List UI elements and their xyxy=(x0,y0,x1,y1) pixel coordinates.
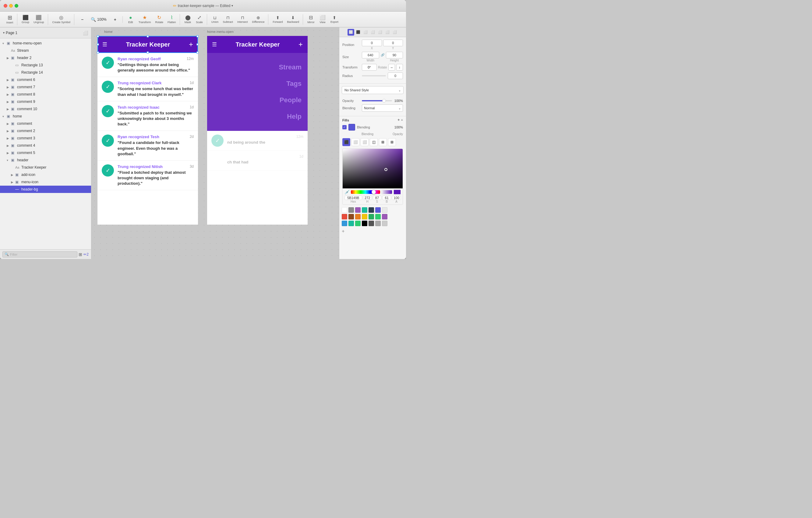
swatch-brown[interactable] xyxy=(348,214,354,219)
close-button[interactable] xyxy=(4,4,7,8)
menu-item-tags[interactable]: Tags xyxy=(213,75,301,92)
subtract-button[interactable]: ⊓ Subtract xyxy=(221,14,235,25)
tab-align-left[interactable]: ⬜ xyxy=(348,29,354,36)
layer-item-home[interactable]: ▾ ▣ home xyxy=(0,113,91,120)
hue-slider[interactable] xyxy=(351,190,380,194)
color-gradient-field[interactable] xyxy=(343,149,403,188)
layer-item-comment10[interactable]: ▶ ▣ comment 10 xyxy=(0,105,91,113)
layer-item-comment4[interactable]: ▶ ▣ comment 4 xyxy=(0,142,91,149)
radius-slider[interactable] xyxy=(362,75,386,77)
page-selector[interactable]: ▾ Page 1 ⬜ xyxy=(0,27,91,38)
tab-align-right[interactable]: ⬜ xyxy=(362,29,369,36)
layer-item-comment8[interactable]: ▶ ▣ comment 8 xyxy=(0,91,91,98)
scale-button[interactable]: ⤢ Scale xyxy=(194,14,205,25)
edit-button[interactable]: ● Edit xyxy=(125,14,136,25)
layer-item-comment[interactable]: ▶ ▣ comment xyxy=(0,120,91,127)
forward-button[interactable]: ⬆ Forward xyxy=(271,14,285,25)
opacity-slider-bar[interactable] xyxy=(381,190,392,194)
copy-button[interactable]: ⊞ xyxy=(79,252,82,257)
add-swatch-button[interactable]: + xyxy=(342,228,345,234)
layer-item-comment3[interactable]: ▶ ▣ comment 3 xyxy=(0,134,91,142)
s-input[interactable]: 87 xyxy=(373,196,382,200)
view-button[interactable]: ⬜ View xyxy=(317,14,328,25)
minimize-button[interactable] xyxy=(9,4,13,8)
swatch-purple[interactable] xyxy=(355,207,360,213)
fills-add-button[interactable]: + xyxy=(401,118,403,122)
swatch-blue[interactable] xyxy=(342,221,347,226)
group-button[interactable]: ⬛ Group xyxy=(20,14,31,25)
add-button-2[interactable]: + xyxy=(298,40,303,49)
menu-item-stream[interactable]: Stream xyxy=(213,59,301,75)
swatch-darkgreen[interactable] xyxy=(369,214,374,219)
flip-horizontal-button[interactable]: ↔ xyxy=(388,64,395,71)
swatch-red[interactable] xyxy=(342,214,347,219)
swatch-indigo[interactable] xyxy=(375,207,381,213)
ungroup-button[interactable]: ⬛ Ungroup xyxy=(32,14,46,25)
swatch-mint[interactable] xyxy=(355,221,360,226)
swatch-dark[interactable] xyxy=(369,207,374,213)
layer-item-header-2[interactable]: ▶ ▣ header 2 xyxy=(0,54,91,61)
hex-input[interactable]: 5B149B xyxy=(345,196,362,200)
fill-type-radial[interactable]: ⬜ xyxy=(360,138,369,146)
fills-settings-button[interactable]: ✦ xyxy=(397,118,400,122)
layer-item-menu-icon[interactable]: ▶ ▣ menu-icon xyxy=(0,178,91,186)
filter-input[interactable]: 🔍 Filter xyxy=(2,251,77,257)
swatch-gray[interactable] xyxy=(348,207,354,213)
menu-item-people[interactable]: People xyxy=(213,92,301,108)
swatch-orange[interactable] xyxy=(355,214,360,219)
mirror-button[interactable]: ⊟ Mirror xyxy=(306,14,316,25)
height-input[interactable]: 90 xyxy=(386,52,403,58)
hamburger-icon-1[interactable]: ☰ xyxy=(102,41,107,48)
zoom-in-button[interactable]: + xyxy=(110,16,121,23)
fill-type-pattern[interactable]: ⊞ xyxy=(379,138,387,146)
mask-button[interactable]: ⬤ Mask xyxy=(182,14,194,25)
layer-item-home-menu-open[interactable]: ▾ ▣ home-menu-open xyxy=(0,39,91,47)
radius-input[interactable]: 0 xyxy=(388,72,403,79)
layer-item-comment6[interactable]: ▶ ▣ comment 6 xyxy=(0,76,91,83)
menu-item-help[interactable]: Help xyxy=(213,108,301,125)
shared-style-dropdown[interactable]: No Shared Style ⌄ xyxy=(342,86,404,94)
zoom-out-button[interactable]: − xyxy=(77,16,88,23)
a-input[interactable]: 100 xyxy=(392,196,401,200)
swatch-darkgray[interactable] xyxy=(369,221,374,226)
union-button[interactable]: ⊔ Union xyxy=(209,14,221,25)
maximize-button[interactable] xyxy=(14,4,18,8)
insert-button[interactable]: ⊞ Insert xyxy=(4,14,15,25)
swatch-green[interactable] xyxy=(375,214,381,219)
rotate-input[interactable]: 0° xyxy=(362,64,377,71)
x-input[interactable]: 0 xyxy=(362,39,382,46)
layer-item-comment5[interactable]: ▶ ▣ comment 5 xyxy=(0,149,91,156)
swatch-black[interactable] xyxy=(362,221,367,226)
eyedropper-button[interactable]: 💉 xyxy=(345,190,350,194)
add-button-1[interactable]: + xyxy=(189,40,193,49)
layer-item-comment2[interactable]: ▶ ▣ comment 2 xyxy=(0,127,91,134)
backward-button[interactable]: ⬇ Backward xyxy=(285,14,301,25)
flatten-button[interactable]: ⌇ Flatten xyxy=(166,14,178,25)
hamburger-icon-2[interactable]: ☰ xyxy=(212,41,217,48)
layer-item-rect13[interactable]: ▭ Rectangle 13 xyxy=(0,61,91,69)
tab-dist-h[interactable]: ⬜ xyxy=(370,29,376,36)
tab-align-center[interactable]: ⬛ xyxy=(355,29,361,36)
fill-color-swatch[interactable] xyxy=(348,124,355,130)
blending-dropdown[interactable]: Normal ⌄ xyxy=(362,104,403,112)
hue-handle[interactable] xyxy=(372,190,376,194)
intersect-button[interactable]: ⊓ Intersect xyxy=(235,14,250,25)
swatch-yellow[interactable] xyxy=(362,214,367,219)
swatch-purple2[interactable] xyxy=(382,214,387,219)
fill-type-linear[interactable]: ⬜ xyxy=(351,138,359,146)
width-input[interactable]: 640 xyxy=(362,52,379,58)
y-input[interactable]: 0 xyxy=(383,39,403,46)
dropdown-arrow[interactable]: ▾ xyxy=(231,4,233,7)
layer-item-stream[interactable]: Aa Stream xyxy=(0,47,91,54)
tab-dist-v[interactable]: ⬜ xyxy=(377,29,383,36)
layer-item-rect14[interactable]: ▭ Rectangle 14 xyxy=(0,69,91,76)
color-handle[interactable] xyxy=(384,168,387,171)
layer-item-add-icon[interactable]: ▶ ▣ add-icon xyxy=(0,171,91,178)
swatch-white[interactable] xyxy=(342,207,347,213)
add-page-button[interactable]: ⬜ xyxy=(83,30,88,35)
export-button[interactable]: ⬆ Export xyxy=(329,14,340,25)
difference-button[interactable]: ⊕ Difference xyxy=(250,14,266,25)
flip-vertical-button[interactable]: ↕ xyxy=(396,64,403,71)
layer-item-header-bg[interactable]: — header-bg xyxy=(0,186,91,193)
edit-layers-button[interactable]: ✏2 xyxy=(83,252,89,256)
